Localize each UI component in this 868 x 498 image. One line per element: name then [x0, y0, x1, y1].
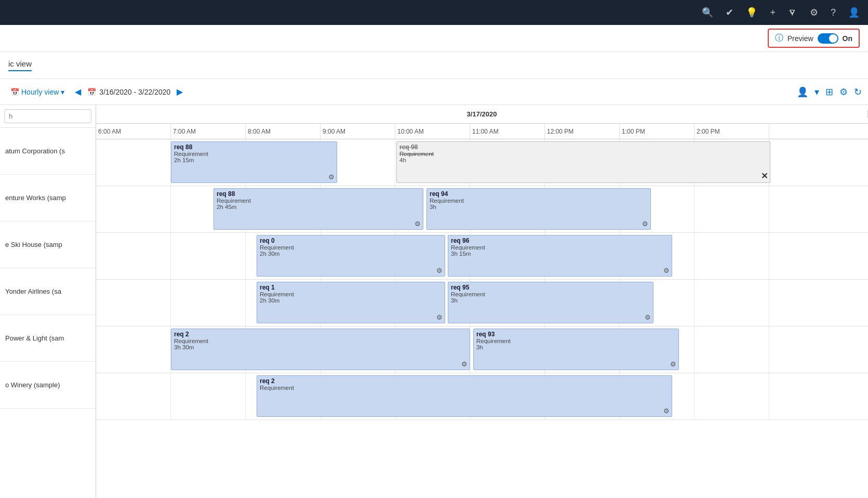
event-block[interactable]: req 0Requirement2h 30m⚙ — [257, 235, 445, 277]
second-toolbar: ic view — [0, 52, 868, 79]
scheduler-container: atum Corporation (s enture Works (samp e… — [0, 105, 868, 498]
event-duration: 3h 30m — [174, 344, 467, 350]
time-slot-cell — [171, 280, 246, 326]
event-type: Requirement — [451, 291, 650, 297]
list-item: atum Corporation (s — [0, 128, 96, 175]
grid-content: req 88Requirement2h 15m⚙req 98Requiremen… — [96, 139, 868, 420]
event-block[interactable]: req 1Requirement2h 30m⚙ — [257, 282, 445, 323]
user-icon[interactable]: 👤 — [848, 7, 860, 18]
drag-icon: ⚙ — [436, 313, 443, 321]
event-block[interactable]: req 88Requirement2h 45m⚙ — [213, 188, 423, 230]
tab-ic-view[interactable]: ic view — [8, 59, 32, 71]
drag-icon: ⚙ — [663, 267, 670, 274]
search-box — [0, 105, 96, 128]
resource-icon-button[interactable]: 👤 — [797, 86, 808, 98]
refresh-button[interactable]: ↻ — [854, 86, 862, 98]
resource-name-4: Power & Light (sam — [5, 334, 64, 342]
view-toggle-button[interactable]: ⊞ — [825, 86, 833, 98]
table-row: req 2Requirement3h 30m⚙req 93Requirement… — [96, 326, 868, 373]
event-duration: 3h — [430, 204, 648, 210]
event-duration: 2h 45m — [217, 204, 420, 210]
event-duration: 2h 15m — [174, 157, 334, 163]
event-block[interactable]: req 94Requirement3h⚙ — [426, 188, 651, 230]
event-block[interactable]: req 98Requirement4h✕ — [396, 141, 770, 183]
time-slot-cell — [96, 373, 171, 420]
date-range: 📅 3/16/2020 - 3/22/2020 — [87, 88, 170, 96]
drag-icon: ⚙ — [415, 220, 421, 228]
preview-bar: ⓘ Preview On — [0, 25, 868, 52]
hourly-view-label: Hourly view — [21, 88, 59, 96]
hourly-view-dropdown[interactable]: 📅 Hourly view ▾ — [6, 86, 69, 98]
search-icon[interactable]: 🔍 — [702, 7, 713, 18]
dropdown-icon: ▾ — [61, 88, 64, 96]
settings-icon[interactable]: ⚙ — [810, 7, 818, 18]
next-week-button[interactable]: ▶ — [175, 85, 185, 99]
drag-icon: ⚙ — [663, 407, 670, 415]
time-cell: 7:00 AM — [171, 124, 246, 139]
list-item: o Winery (sample) — [0, 362, 96, 409]
time-cell: 2:00 PM — [695, 124, 769, 139]
time-slot-cell — [171, 233, 246, 279]
preview-on-label: On — [843, 34, 852, 43]
calendar-grid-icon: 📅 — [10, 88, 19, 96]
prev-week-button[interactable]: ◀ — [73, 85, 83, 99]
help-icon[interactable]: ? — [831, 7, 836, 18]
lightbulb-icon[interactable]: 💡 — [746, 7, 757, 18]
event-title: req 98 — [399, 143, 767, 151]
search-input[interactable] — [4, 109, 91, 123]
time-slot-cell — [96, 280, 171, 326]
drag-icon: ⚙ — [461, 360, 468, 368]
event-type: Requirement — [451, 244, 669, 251]
event-block[interactable]: req 96Requirement3h 15m⚙ — [448, 235, 672, 277]
event-block[interactable]: req 88Requirement2h 15m⚙ — [171, 141, 337, 183]
event-type: Requirement — [430, 198, 648, 204]
resource-name-3: Yonder Airlines (sa — [5, 287, 61, 295]
event-title: req 1 — [260, 284, 442, 291]
event-title: req 96 — [451, 237, 669, 244]
info-icon: ⓘ — [775, 33, 783, 44]
time-slot-cell — [695, 326, 769, 373]
event-title: req 88 — [174, 143, 334, 151]
event-type: Requirement — [260, 385, 669, 391]
time-slot-cell — [96, 233, 171, 279]
time-slot-cell — [96, 326, 171, 373]
time-slot-cell — [695, 373, 769, 420]
resource-list: atum Corporation (s enture Works (samp e… — [0, 128, 96, 498]
event-duration: 2h 30m — [260, 251, 442, 257]
close-icon[interactable]: ✕ — [761, 171, 768, 181]
event-title: req 94 — [430, 190, 648, 198]
check-circle-icon[interactable]: ✔ — [726, 7, 733, 18]
event-block[interactable]: req 2Requirement3h 30m⚙ — [171, 329, 470, 370]
time-cell: 1:00 PM — [620, 124, 695, 139]
time-slot-cell — [695, 280, 769, 326]
event-title: req 93 — [476, 331, 676, 338]
preview-toggle[interactable] — [818, 33, 838, 44]
event-block[interactable]: req 95Requirement3h⚙ — [448, 282, 653, 323]
resource-name-5: o Winery (sample) — [5, 381, 60, 389]
event-type: Requirement — [476, 338, 676, 344]
event-title: req 0 — [260, 237, 442, 244]
event-title: req 95 — [451, 284, 650, 291]
dropdown-btn[interactable]: ▾ — [814, 86, 819, 98]
filter-icon[interactable]: ⛛ — [788, 7, 797, 18]
add-icon[interactable]: + — [770, 7, 776, 18]
time-cell: 8:00 AM — [246, 124, 321, 139]
time-slot-cell — [96, 139, 171, 186]
table-row: req 0Requirement2h 30m⚙req 96Requirement… — [96, 233, 868, 280]
time-cell: 10:00 AM — [395, 124, 470, 139]
event-duration: 3h — [451, 297, 650, 304]
preview-box: ⓘ Preview On — [768, 29, 860, 48]
event-duration: 2h 30m — [260, 297, 442, 304]
event-duration: 3h — [476, 344, 676, 350]
time-slot-cell — [695, 233, 769, 279]
list-item: enture Works (samp — [0, 175, 96, 221]
date-header: 3/17/2020 — [96, 105, 868, 124]
scheduler-grid[interactable]: 3/17/2020 6:00 AM7:00 AM8:00 AM9:00 AM10… — [96, 105, 868, 498]
top-nav: 🔍 ✔ 💡 + ⛛ ⚙ ? 👤 — [0, 0, 868, 25]
table-row: req 88Requirement2h 15m⚙req 98Requiremen… — [96, 139, 868, 186]
event-type: Requirement — [260, 244, 442, 251]
event-block[interactable]: req 2Requirement⚙ — [257, 375, 672, 417]
event-type: Requirement — [260, 291, 442, 297]
settings-button[interactable]: ⚙ — [839, 86, 848, 98]
event-block[interactable]: req 93Requirement3h⚙ — [473, 329, 679, 370]
